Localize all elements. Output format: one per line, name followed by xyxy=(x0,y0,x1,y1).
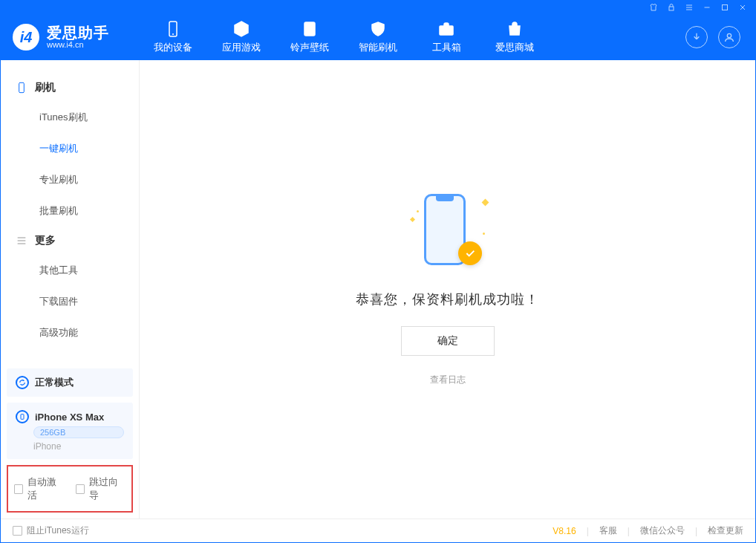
device-type: iPhone xyxy=(33,441,124,452)
nav-my-device[interactable]: 我的设备 xyxy=(139,14,207,60)
checkbox-auto-activate[interactable]: 自动激活 xyxy=(14,475,64,502)
footer-link-update[interactable]: 检查更新 xyxy=(708,524,743,537)
nav-label: 爱思商城 xyxy=(495,41,534,54)
checkbox-icon xyxy=(13,526,22,536)
nav-smart-flash[interactable]: 智能刷机 xyxy=(344,14,412,60)
nav-toolbox[interactable]: 工具箱 xyxy=(412,14,480,60)
body: 刷机 iTunes刷机 一键刷机 专业刷机 批量刷机 更多 其他工具 下载固件 … xyxy=(1,60,755,518)
nav-label: 智能刷机 xyxy=(359,41,397,54)
device-card[interactable]: iPhone XS Max 256GB iPhone xyxy=(7,403,133,459)
device-phone-icon xyxy=(16,410,29,423)
checkbox-label: 自动激活 xyxy=(27,475,64,502)
checkbox-icon xyxy=(76,484,85,494)
device-name: iPhone XS Max xyxy=(35,412,104,423)
checkbox-icon xyxy=(14,484,23,494)
sidebar-item-oneclick-flash[interactable]: 一键刷机 xyxy=(1,133,139,164)
device-capacity-badge: 256GB xyxy=(33,426,124,438)
shield-sync-icon xyxy=(369,20,387,38)
footer-link-service[interactable]: 客服 xyxy=(599,524,617,537)
sidebar-group-flash: 刷机 xyxy=(1,74,139,102)
main-content: 恭喜您，保资料刷机成功啦！ 确定 查看日志 xyxy=(140,60,755,518)
download-icon xyxy=(691,31,703,43)
music-file-icon xyxy=(301,20,319,38)
mode-label: 正常模式 xyxy=(35,376,74,389)
list-icon xyxy=(16,235,27,247)
sidebar-group-more: 更多 xyxy=(1,227,139,255)
sidebar-group-title: 更多 xyxy=(35,234,56,247)
phone-icon xyxy=(164,20,182,38)
flash-options-box: 自动激活 跳过向导 xyxy=(7,465,133,513)
svg-rect-5 xyxy=(440,26,453,35)
nav-label: 应用游戏 xyxy=(222,41,261,54)
app-logo: i4 爱思助手 www.i4.cn xyxy=(13,24,109,51)
header: i4 爱思助手 www.i4.cn 我的设备 应用游戏 铃声壁纸 智能刷机 xyxy=(1,14,755,60)
sync-icon xyxy=(16,376,29,389)
nav-label: 铃声壁纸 xyxy=(290,41,329,54)
sidebar-item-batch-flash[interactable]: 批量刷机 xyxy=(1,195,139,227)
svg-point-6 xyxy=(727,33,731,37)
menu-icon[interactable] xyxy=(684,2,694,13)
sidebar-item-itunes-flash[interactable]: iTunes刷机 xyxy=(1,102,139,133)
svg-rect-8 xyxy=(21,414,24,420)
footer-link-wechat[interactable]: 微信公众号 xyxy=(640,524,685,537)
sidebar-item-pro-flash[interactable]: 专业刷机 xyxy=(1,164,139,195)
svg-rect-7 xyxy=(19,82,25,92)
sidebar: 刷机 iTunes刷机 一键刷机 专业刷机 批量刷机 更多 其他工具 下载固件 … xyxy=(1,60,140,518)
download-button[interactable] xyxy=(685,26,708,48)
svg-rect-1 xyxy=(723,5,728,10)
sidebar-group-title: 刷机 xyxy=(35,81,56,94)
view-log-link[interactable]: 查看日志 xyxy=(430,374,466,386)
statusbar: 阻止iTunes运行 V8.16 | 客服 | 微信公众号 | 检查更新 xyxy=(1,518,755,542)
close-icon[interactable] xyxy=(737,2,748,13)
titlebar xyxy=(1,1,755,14)
account-button[interactable] xyxy=(718,26,740,48)
success-illustration xyxy=(409,192,486,273)
phone-outline-icon xyxy=(16,82,27,94)
app-window: i4 爱思助手 www.i4.cn 我的设备 应用游戏 铃声壁纸 智能刷机 xyxy=(0,0,756,543)
svg-rect-0 xyxy=(669,7,674,10)
checkbox-label: 跳过向导 xyxy=(89,475,126,502)
success-message: 恭喜您，保资料刷机成功啦！ xyxy=(356,290,539,308)
minimize-icon[interactable] xyxy=(702,2,712,13)
checkbox-label: 阻止iTunes运行 xyxy=(27,524,89,537)
nav-ringtone-wallpaper[interactable]: 铃声壁纸 xyxy=(276,14,344,60)
header-actions xyxy=(685,26,740,48)
nav-store[interactable]: 爱思商城 xyxy=(480,14,549,60)
app-name: 爱思助手 xyxy=(47,25,109,40)
nav-apps-games[interactable]: 应用游戏 xyxy=(207,14,276,60)
top-nav: 我的设备 应用游戏 铃声壁纸 智能刷机 工具箱 爱思商城 xyxy=(139,14,549,60)
logo-badge-icon: i4 xyxy=(13,24,39,51)
bag-icon xyxy=(506,20,524,38)
shirt-icon[interactable] xyxy=(648,2,659,13)
checkbox-skip-guide[interactable]: 跳过向导 xyxy=(76,475,126,502)
sidebar-item-download-firmware[interactable]: 下载固件 xyxy=(1,286,139,317)
checkmark-badge-icon xyxy=(458,241,482,265)
sidebar-item-other-tools[interactable]: 其他工具 xyxy=(1,255,139,286)
nav-label: 我的设备 xyxy=(154,41,192,54)
checkbox-block-itunes[interactable]: 阻止iTunes运行 xyxy=(13,524,89,537)
mode-card[interactable]: 正常模式 xyxy=(7,368,133,397)
version-label: V8.16 xyxy=(553,526,576,536)
maximize-icon[interactable] xyxy=(720,2,730,13)
lock-icon[interactable] xyxy=(666,2,677,13)
user-icon xyxy=(723,31,735,43)
sidebar-item-advanced[interactable]: 高级功能 xyxy=(1,317,139,348)
cube-icon xyxy=(232,20,250,38)
app-domain: www.i4.cn xyxy=(47,40,109,49)
svg-point-3 xyxy=(172,33,174,35)
nav-label: 工具箱 xyxy=(432,41,461,54)
confirm-button[interactable]: 确定 xyxy=(401,326,495,356)
toolbox-icon xyxy=(437,20,455,38)
